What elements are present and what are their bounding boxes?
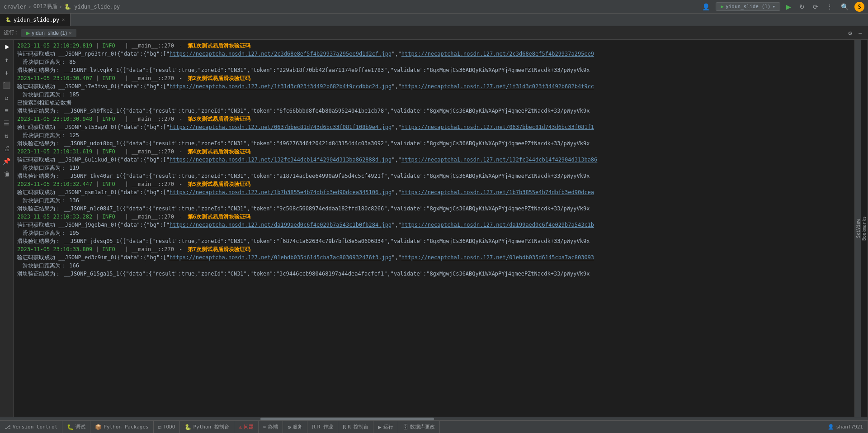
console-line: 验证码获取成功 __JSONP_j9gob4n_0({"data":{"bg":…	[14, 221, 854, 229]
db-icon: 🗄	[403, 424, 408, 430]
console-line: 已搜索到相近轨迹数据	[14, 99, 854, 107]
status-terminal[interactable]: ⌨ 终端	[259, 421, 283, 433]
reload-icon[interactable]: ↻	[797, 2, 807, 12]
settings-icon[interactable]: ⚙	[846, 29, 854, 38]
log-url-link[interactable]: https://necaptcha1.nosdn.127.net/0637bbe…	[401, 124, 594, 130]
status-right: 👤 shanf7921	[823, 421, 868, 433]
log-url-link[interactable]: https://necaptcha.nosdn.127.net/0637bbec…	[170, 124, 392, 130]
console-line: 2023-11-05 23:10:30.948 | INFO | __main_…	[14, 115, 854, 123]
status-run[interactable]: ▶ 运行	[373, 421, 398, 433]
log-source: __main__::270	[132, 180, 174, 188]
log-message: 第1次测试易盾滑块验证码	[188, 42, 250, 50]
log-url-link[interactable]: https://necaptcha.nosdn.127.net/01ebdb03…	[170, 254, 392, 261]
log-timestamp: 2023-11-05 23:10:29.819	[17, 42, 92, 50]
r-console-icon: R	[343, 424, 346, 430]
user-icon[interactable]: 👤	[700, 2, 712, 12]
console-line: 验证码获取成功 __JSONP_np63trr_0({"data":{"bg":…	[14, 50, 854, 58]
minimize-icon[interactable]: −	[856, 29, 864, 38]
log-url-link[interactable]: https://necaptcha1.nosdn.127.net/1b7b385…	[401, 189, 594, 195]
sciview-label[interactable]: SciView	[856, 219, 861, 238]
log-timestamp: 2023-11-05 23:10:33.809	[17, 245, 92, 253]
play-icon[interactable]: ▶	[784, 2, 793, 12]
status-problems[interactable]: ⚠ 问题	[234, 421, 259, 433]
console-line: 2023-11-05 23:10:30.407 | INFO | __main_…	[14, 74, 854, 82]
wrap-icon[interactable]: ≡	[1, 105, 12, 116]
scrollbar-thumb[interactable]	[260, 418, 434, 420]
log-timestamp: 2023-11-05 23:10:31.619	[17, 148, 92, 156]
status-python-console[interactable]: 🐍 Python 控制台	[180, 421, 234, 433]
user-status-icon: 👤	[828, 424, 834, 430]
status-db-changes[interactable]: 🗄 数据库更改	[398, 421, 440, 433]
log-url-link[interactable]: https://necaptcha.nosdn.127.net/1b7b3855…	[170, 189, 392, 195]
git-icon: ⎇	[5, 424, 11, 430]
console-line: 2023-11-05 23:10:31.619 | INFO | __main_…	[14, 148, 854, 156]
pin-icon[interactable]: 📌	[1, 156, 12, 167]
log-url-link[interactable]: https://necaptcha1.nosdn.127.net/2c3d68e…	[401, 51, 594, 57]
console-line: 滑块缺口距离为： 125	[14, 131, 854, 139]
more-options-icon[interactable]: ⋮	[824, 2, 835, 12]
python-console-icon: 🐍	[184, 424, 191, 430]
console-line: 滑块缺口距离为： 166	[14, 262, 854, 270]
log-message: 第5次测试易盾滑块验证码	[188, 180, 250, 188]
horizontal-scrollbar[interactable]	[0, 417, 868, 420]
package-icon: 📦	[95, 424, 102, 430]
log-timestamp: 2023-11-05 23:10:33.282	[17, 213, 92, 221]
log-url-link[interactable]: https://necaptcha1.nosdn.127.net/da199ae…	[401, 222, 594, 228]
log-source: __main__::270	[132, 213, 174, 221]
bookmarks-label[interactable]: Bookmarks	[861, 40, 868, 417]
run-label: 运行:	[4, 29, 18, 37]
run-tab-close-icon[interactable]: ×	[69, 30, 71, 36]
print-icon[interactable]: 🖨	[1, 143, 12, 154]
breadcrumb-file: 🐍 yidun_slide.py	[64, 4, 120, 10]
status-user[interactable]: 👤 shanf7921	[823, 421, 868, 433]
up-arrow-icon[interactable]: ↑	[1, 54, 12, 65]
breadcrumb-crawler[interactable]: crawler	[4, 4, 27, 10]
tab-yidun-slide[interactable]: 🐍 yidun_slide.py ×	[0, 14, 71, 26]
sync-icon[interactable]: ⟳	[811, 2, 821, 12]
console-output[interactable]: 2023-11-05 23:10:29.819 | INFO | __main_…	[14, 40, 854, 417]
run-toolbar: 运行: ▶ yidun_slide (1) × ⚙ −	[0, 26, 868, 40]
status-r-work[interactable]: R R 作业	[307, 421, 338, 433]
status-r-console[interactable]: R R 控制台	[338, 421, 373, 433]
log-level: INFO	[102, 245, 115, 253]
todo-icon: ☑	[158, 424, 161, 430]
run-sidebar-icon[interactable]	[1, 42, 12, 52]
status-python-packages[interactable]: 📦 Python Packages	[90, 421, 153, 433]
breadcrumb-folder[interactable]: 0012易盾	[33, 3, 57, 10]
tabs-bar: 🐍 yidun_slide.py ×	[0, 14, 868, 26]
run-tab-button[interactable]: ▶ yidun_slide (1) ×	[21, 29, 76, 37]
search-icon[interactable]: 🔍	[839, 2, 851, 12]
title-bar-right: 👤 ▶ yidun_slide (1) ▾ ▶ ↻ ⟳ ⋮ 🔍 S	[700, 2, 864, 12]
avatar[interactable]: S	[854, 2, 864, 12]
sort-icon[interactable]: ⇅	[1, 130, 12, 141]
status-debug[interactable]: 🐛 调试	[62, 421, 90, 433]
log-url-link[interactable]: https://necaptcha1.nosdn.127.net/132fc34…	[401, 157, 597, 163]
rerun-icon[interactable]: ↺	[1, 92, 12, 103]
tab-close-icon[interactable]: ×	[62, 17, 65, 22]
status-todo[interactable]: ☑ TODO	[154, 421, 180, 433]
run-config-button[interactable]: ▶ yidun_slide (1) ▾	[716, 2, 780, 11]
console-line: 滑块缺口距离为： 185	[14, 90, 854, 99]
title-bar: crawler › 0012易盾 › 🐍 yidun_slide.py 👤 ▶ …	[0, 0, 868, 14]
error-icon: ⚠	[239, 424, 242, 430]
log-url-link[interactable]: https://necaptcha1.nosdn.127.net/1f31d3c…	[401, 83, 594, 90]
log-url-link[interactable]: https://necaptcha1.nosdn.127.net/01ebdb0…	[401, 254, 594, 261]
stop-icon[interactable]: ⬛	[1, 80, 12, 90]
status-services[interactable]: ⚙ 服务	[283, 421, 307, 433]
left-sidebar: ↑ ↓ ⬛ ↺ ≡ ☰ ⇅ 🖨 📌 🗑	[0, 40, 14, 417]
log-url-link[interactable]: https://necaptcha.nosdn.127.net/da199aed…	[170, 222, 392, 228]
log-level: INFO	[102, 74, 115, 82]
down-arrow-icon[interactable]: ↓	[1, 67, 12, 78]
console-line: 验证码获取成功 __JSONP_ed3c9im_0({"data":{"bg":…	[14, 253, 854, 262]
list-icon[interactable]: ☰	[1, 118, 12, 128]
console-line: 2023-11-05 23:10:32.447 | INFO | __main_…	[14, 180, 854, 188]
log-url-link[interactable]: https://necaptcha.nosdn.127.net/132fc344…	[170, 157, 392, 163]
delete-icon[interactable]: 🗑	[1, 168, 12, 179]
console-line: 滑块验证结果为： __JSONP_sh9fke2_1({"data":{"res…	[14, 107, 854, 115]
status-version-control[interactable]: ⎇ Version Control	[0, 421, 62, 433]
console-line: 滑块验证结果为： __JSONP_lvtvgk4_1({"data":{"res…	[14, 66, 854, 74]
log-message: 第3次测试易盾滑块验证码	[188, 115, 250, 123]
console-line: 2023-11-05 23:10:33.282 | INFO | __main_…	[14, 213, 854, 221]
log-url-link[interactable]: https://necaptcha.nosdn.127.net/2c3d68e8…	[170, 51, 392, 57]
log-url-link[interactable]: https://necaptcha.nosdn.127.net/1f31d3c0…	[170, 83, 392, 90]
